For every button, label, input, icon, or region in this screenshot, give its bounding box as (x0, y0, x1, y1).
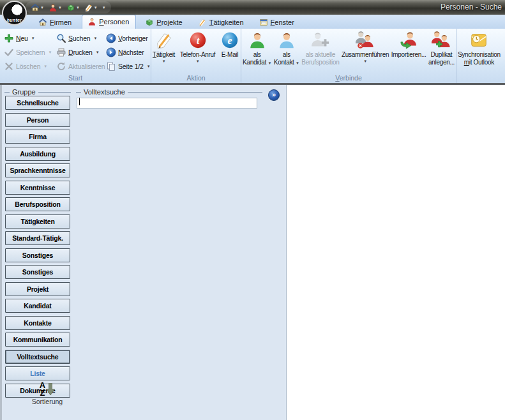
tab-fenster[interactable]: Fenster (254, 16, 301, 29)
sidebar-item-kandidat[interactable]: Kandidat (5, 299, 70, 313)
sidebar-item-kommunikation[interactable]: Kommunikation (5, 333, 70, 347)
person-plus-gray-icon (311, 31, 330, 50)
results-area (287, 85, 505, 420)
qat-taetigkeit-button[interactable]: ▼ (84, 3, 98, 12)
sidebar-item-projekt[interactable]: Projekt (5, 282, 70, 296)
groupbox-label: Gruppe (12, 88, 36, 96)
window-title: Personen - Suche (441, 3, 502, 11)
fulltext-search-input[interactable] (77, 98, 257, 109)
outlook-icon (469, 31, 488, 50)
tab-firmen[interactable]: Firmen (33, 16, 78, 29)
person-green-icon (248, 31, 267, 50)
app-logo: hunter (2, 1, 27, 26)
qat-personen-button[interactable]: ▼ (49, 3, 62, 12)
merge-persons-icon (356, 31, 375, 50)
fulltext-search-wrap (77, 96, 257, 107)
tab-projekte[interactable]: Projekte (140, 16, 188, 29)
tab-personen[interactable]: Personen (82, 15, 136, 29)
refresh-icon (56, 61, 66, 71)
als-kandidat-button[interactable]: als Kandidat ▼ (243, 29, 271, 73)
sidebar-item-firma[interactable]: Firma (5, 130, 70, 144)
sort-label: Sortierung (25, 398, 70, 405)
naechster-button[interactable]: Nächster (106, 46, 144, 58)
aktualisieren-button: Aktualisieren (56, 60, 105, 72)
tab-taetigkeiten[interactable]: Tätigkeiten (193, 16, 250, 29)
sidebar-item-ausbildung[interactable]: Ausbildung (5, 147, 70, 161)
chevron-down-icon: ▼ (93, 36, 97, 40)
ribbon-group-sync: Synchronisation mit Outlook (456, 29, 505, 83)
cube-icon (66, 3, 75, 12)
note-pencil-icon (155, 31, 174, 50)
phone-call-icon: t (188, 31, 207, 50)
sidebar-item-sonstiges[interactable]: Sonstiges (5, 248, 70, 262)
sidebar-item-person[interactable]: Person (5, 113, 70, 127)
window-icon (259, 18, 268, 27)
quick-access-toolbar: ▼ ▼ ▼ ▼ ▼ (26, 1, 111, 13)
telefon-anruf-button[interactable]: t Telefon-Anruf ▼ (180, 29, 216, 73)
qat-overflow-button[interactable]: ▼ (102, 6, 106, 10)
seite-button[interactable]: Seite 1/2▼ (106, 60, 150, 72)
sidebar-item-kenntnisse[interactable]: Kenntnisse (5, 181, 70, 195)
chevron-down-icon: ▼ (31, 36, 35, 40)
import-person-icon (399, 31, 418, 50)
email-button[interactable]: e E-Mail (220, 29, 239, 73)
sidebar-item-sprachkenntnisse[interactable]: Sprachkenntnisse (5, 163, 70, 177)
qat-projekte-button[interactable]: ▼ (66, 3, 80, 12)
chevron-down-icon: ▼ (296, 61, 299, 65)
groupbox-volltextsuche-header: Volltextsuche (76, 88, 262, 96)
content-area: Gruppe SchnellsuchePersonFirmaAusbildung… (0, 85, 505, 420)
chevron-down-icon: ▼ (76, 6, 80, 10)
als-kontakt-button[interactable]: als Kontakt ▼ (274, 29, 299, 73)
logo-text: hunter (7, 18, 22, 22)
chevron-down-icon: ▼ (40, 6, 44, 10)
sidebar-item-kontakte[interactable]: Kontakte (5, 316, 70, 330)
taetigkeit-button[interactable]: Tätigkeit ▼ (153, 29, 175, 73)
sidebar-item-schnellsuche[interactable]: Schnellsuche (5, 96, 70, 110)
sort-button[interactable]: A Z Sortierung (25, 382, 70, 405)
als-berufsposition-button: als aktuelle Berufsposition (301, 29, 339, 73)
tab-label: Projekte (156, 19, 182, 26)
divider (128, 92, 262, 93)
email-icon: e (220, 31, 239, 50)
duplicate-persons-icon (432, 31, 451, 50)
sort-az-icon: A Z (40, 382, 45, 397)
sidebar-group-list: SchnellsuchePersonFirmaAusbildungSprachk… (5, 96, 70, 400)
duplikat-anlegen-button[interactable]: Duplikat anlegen... (428, 29, 455, 73)
ribbon: Neu▼ Speichern▼ Löschen▼ Suchen▼ Drucken… (0, 29, 505, 85)
qat-firmen-button[interactable]: ▼ (31, 3, 44, 12)
ribbon-group-start: Neu▼ Speichern▼ Löschen▼ Suchen▼ Drucken… (0, 29, 151, 83)
vorheriger-button[interactable]: Vorheriger (106, 32, 147, 44)
pages-icon (106, 61, 116, 71)
ribbon-group-aktion: Tätigkeit ▼ t Telefon-Anruf ▼ e E-Mail A… (151, 29, 241, 83)
chevron-down-icon: ▼ (268, 61, 272, 65)
double-chevron-right-icon: » (272, 91, 276, 98)
sidebar-item-berufsposition[interactable]: Berufsposition (5, 197, 70, 211)
neu-button[interactable]: Neu▼ (4, 32, 34, 44)
svg-text:e: e (228, 35, 232, 46)
start-search-button[interactable]: » (268, 89, 280, 101)
person-icon (87, 17, 96, 26)
zusammenfuehren-button[interactable]: Zusammenführen ▼ (342, 29, 389, 73)
drucken-button[interactable]: Drucken▼ (56, 46, 99, 58)
sidebar-item-standard-tätigk[interactable]: Standard-Tätigk. (5, 231, 70, 245)
sidebar-item-tätigkeiten[interactable]: Tätigkeiten (5, 214, 70, 229)
arrow-down-icon (47, 383, 55, 396)
group-label-start: Start (0, 74, 151, 82)
chevron-down-icon: ▼ (196, 59, 200, 64)
ribbon-tab-bar: Firmen Personen Projekte Tätigkeiten Fen… (0, 15, 505, 29)
suchen-button[interactable]: Suchen▼ (56, 32, 97, 44)
groupbox-label: Volltextsuche (84, 88, 125, 96)
sidebar-item-volltextsuche[interactable]: Volltextsuche (5, 350, 70, 364)
tab-label: Fenster (271, 19, 294, 26)
house-icon (38, 18, 47, 27)
divider (38, 92, 71, 93)
group-label-verbinde: Verbinde (241, 74, 456, 82)
outlook-sync-button[interactable]: Synchronisation mit Outlook (458, 29, 501, 73)
person-blue-icon (277, 31, 296, 50)
sidebar-item-sonstiges[interactable]: Sonstiges (5, 265, 70, 279)
importieren-button[interactable]: Importieren... (391, 29, 426, 73)
sidebar-item-liste[interactable]: Liste (5, 366, 70, 380)
chevron-down-icon: ▼ (96, 50, 100, 54)
ribbon-group-verbinde: als Kandidat ▼ als Kontakt ▼ als aktuell… (241, 29, 456, 83)
note-pencil-icon (198, 18, 207, 27)
